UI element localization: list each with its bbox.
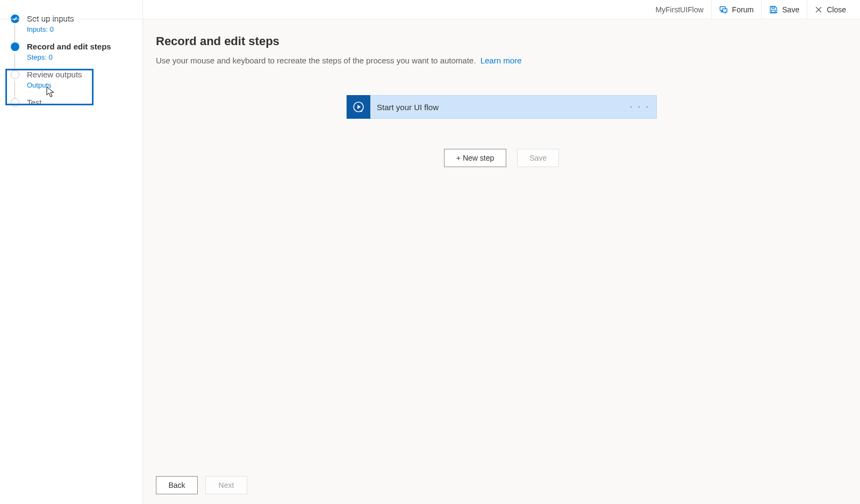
top-command-bar: MyFirstUIFlow Forum Save Close — [0, 0, 860, 19]
wizard-step-title: Record and edit steps — [27, 42, 137, 51]
forum-button[interactable]: Forum — [711, 0, 761, 19]
svg-rect-2 — [772, 6, 775, 8]
card-more-menu[interactable]: · · · — [630, 102, 650, 112]
flow-name-label: MyFirstUIFlow — [648, 5, 711, 14]
next-button[interactable]: Next — [205, 476, 247, 494]
back-button[interactable]: Back — [156, 476, 198, 494]
canvas-save-button[interactable]: Save — [517, 149, 559, 167]
new-step-button[interactable]: + New step — [444, 149, 506, 167]
flow-start-card[interactable]: Start your UI flow · · · — [346, 95, 657, 119]
forum-icon — [719, 5, 728, 14]
svg-rect-1 — [772, 10, 776, 12]
forum-label: Forum — [732, 5, 754, 14]
wizard-footer: Back Next — [143, 465, 860, 504]
close-label: Close — [827, 5, 846, 14]
learn-more-link[interactable]: Learn more — [481, 56, 522, 65]
play-record-icon — [347, 95, 370, 119]
wizard-step-sub: Steps: 0 — [27, 53, 137, 61]
save-button[interactable]: Save — [761, 0, 807, 19]
wizard-sidebar: Set up inputs Inputs: 0 Record and edit … — [0, 0, 143, 504]
wizard-step-record[interactable]: Record and edit steps Steps: 0 — [10, 41, 142, 69]
page-description: Use your mouse and keyboard to recreate … — [156, 56, 847, 65]
close-button[interactable]: Close — [807, 0, 854, 19]
page-title: Record and edit steps — [156, 34, 847, 48]
main-content: Record and edit steps Use your mouse and… — [143, 19, 860, 504]
tutorial-highlight — [5, 69, 94, 105]
close-icon — [815, 6, 822, 13]
current-step-icon — [11, 42, 19, 51]
flow-card-title: Start your UI flow — [370, 103, 439, 112]
save-icon — [769, 5, 778, 14]
canvas-actions: + New step Save — [444, 149, 559, 167]
flow-canvas: Start your UI flow · · · + New step Save — [156, 95, 847, 167]
wizard-step-sub: Inputs: 0 — [27, 25, 137, 33]
save-label: Save — [782, 5, 799, 14]
